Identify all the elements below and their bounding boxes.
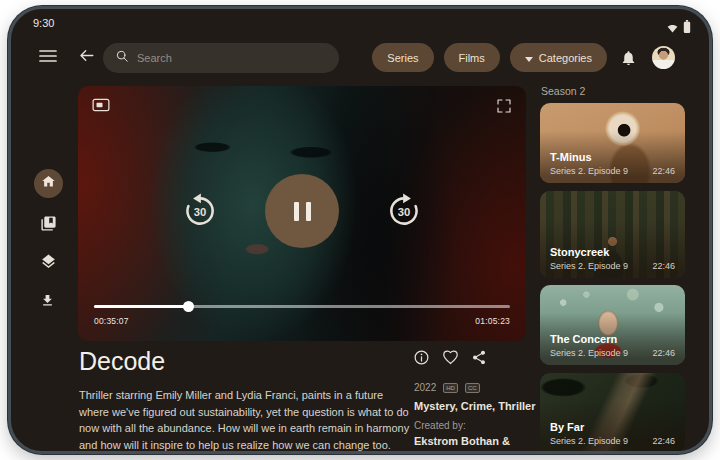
season-label: Season 2	[541, 85, 585, 97]
share-icon[interactable]	[471, 349, 488, 366]
svg-text:30: 30	[194, 206, 207, 218]
sidebar-item-library[interactable]	[40, 215, 57, 232]
episode-subtitle: Series 2. Episode 9	[550, 261, 628, 271]
episode-subtitle: Series 2. Episode 9	[550, 348, 628, 358]
notifications-bell-icon[interactable]	[620, 49, 637, 67]
episode-subtitle: Series 2. Episode 9	[550, 436, 628, 446]
app-screen: 9:30 Series Films Categories	[11, 9, 709, 451]
filter-pills: Series Films Categories	[372, 43, 607, 72]
layers-icon	[40, 256, 57, 273]
hd-badge: HD	[443, 383, 458, 393]
sidebar-item-categories[interactable]	[40, 253, 57, 270]
status-time: 9:30	[33, 17, 54, 29]
films-button[interactable]: Films	[444, 43, 500, 72]
library-bookmark-icon	[40, 218, 57, 235]
pause-button[interactable]	[265, 174, 339, 248]
current-time: 00:35:07	[94, 316, 129, 326]
release-year: 2022	[414, 382, 436, 393]
search-icon	[115, 49, 129, 67]
episode-title: By Far	[550, 421, 584, 433]
episode-title: The Concern	[550, 333, 617, 345]
home-icon	[41, 174, 56, 193]
picture-in-picture-icon[interactable]	[92, 98, 110, 112]
creators-names: Ekstrom Bothan & Gabriela Suárez	[414, 434, 526, 454]
battery-icon	[683, 19, 691, 37]
episode-card-by-far[interactable]: By Far Series 2. Episode 9 22:46	[540, 373, 685, 453]
episode-title: Stonycreek	[550, 246, 609, 258]
episode-subtitle: Series 2. Episode 9	[550, 166, 628, 176]
video-player[interactable]: 30 30 00:35:07 01:05:2	[78, 86, 526, 341]
user-avatar[interactable]	[652, 46, 675, 69]
back-arrow-icon[interactable]	[77, 46, 96, 65]
sidebar-item-downloads[interactable]	[40, 293, 57, 310]
search-input[interactable]	[137, 52, 307, 64]
pause-icon	[294, 202, 311, 221]
episode-duration: 22:46	[652, 436, 675, 446]
seek-bar-fill	[94, 305, 188, 308]
categories-dropdown[interactable]: Categories	[510, 43, 607, 72]
rewind-30-button[interactable]: 30	[182, 193, 218, 229]
wifi-icon	[666, 19, 679, 37]
genres-text: Mystery, Crime, Thriller	[414, 400, 535, 412]
episode-title: T-Minus	[550, 151, 592, 163]
download-icon	[40, 294, 55, 311]
total-duration: 01:05:23	[475, 316, 510, 326]
seek-bar[interactable]	[94, 305, 510, 308]
episode-card-the-concern[interactable]: The Concern Series 2. Episode 9 22:46	[540, 285, 685, 365]
info-icon[interactable]	[413, 349, 430, 366]
page-title: Decode	[79, 347, 165, 376]
episode-card-stonycreek[interactable]: Stonycreek Series 2. Episode 9 22:46	[540, 191, 685, 278]
series-button[interactable]: Series	[372, 43, 433, 72]
player-controls: 30 30	[78, 174, 526, 248]
search-bar[interactable]	[103, 43, 339, 73]
episode-duration: 22:46	[652, 348, 675, 358]
fullscreen-icon[interactable]	[496, 98, 512, 114]
svg-text:30: 30	[398, 206, 411, 218]
cc-badge: CC	[465, 383, 480, 393]
status-icons	[666, 19, 691, 37]
metadata-row: 2022 HD CC	[414, 382, 480, 393]
sidebar-item-home[interactable]	[34, 169, 63, 198]
episode-duration: 22:46	[652, 166, 675, 176]
tablet-frame: 9:30 Series Films Categories	[8, 6, 712, 454]
episode-card-t-minus[interactable]: T-Minus Series 2. Episode 9 22:46	[540, 103, 685, 183]
caret-down-icon	[525, 52, 533, 64]
action-icons	[413, 349, 488, 366]
description-text: Thriller starring Emily Miller and Lydia…	[79, 387, 414, 454]
favorite-heart-icon[interactable]	[442, 349, 459, 366]
created-by-label: Created by:	[414, 420, 466, 431]
seek-bar-thumb[interactable]	[183, 301, 194, 312]
forward-30-button[interactable]: 30	[386, 193, 422, 229]
episode-duration: 22:46	[652, 261, 675, 271]
menu-icon[interactable]	[39, 49, 57, 63]
